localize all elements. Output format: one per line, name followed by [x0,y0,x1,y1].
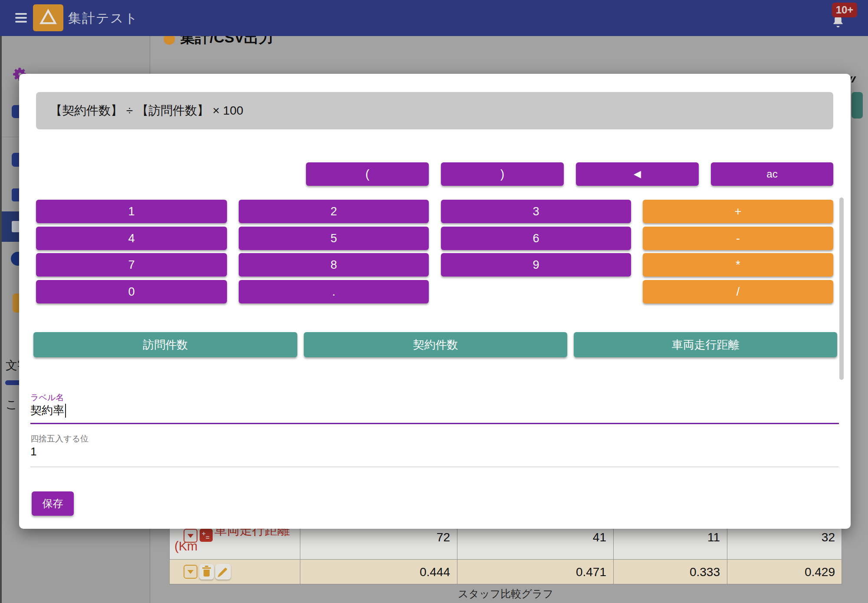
key-2[interactable]: 2 [239,200,429,223]
key-multiply[interactable]: * [643,253,833,277]
key-7[interactable]: 7 [36,253,227,277]
key-plus[interactable]: + [643,200,833,223]
key-all-clear[interactable]: ac [711,162,833,186]
label-field-input[interactable]: 契約率 [30,403,66,418]
key-dot[interactable]: . [239,280,429,303]
key-0[interactable]: 0 [36,280,227,303]
key-divide[interactable]: / [643,280,833,303]
key-8[interactable]: 8 [239,253,429,277]
key-4[interactable]: 4 [36,227,227,250]
key-9[interactable]: 9 [441,253,631,277]
variable-button-visits[interactable]: 訪問件数 [33,332,297,357]
label-field-underline [30,423,839,424]
label-field-label: ラベル名 [30,392,64,403]
key-1[interactable]: 1 [36,200,227,223]
rounding-field-label: 四捨五入する位 [30,433,89,445]
modal-scrollbar[interactable] [839,198,844,380]
variable-button-contracts[interactable]: 契約件数 [304,332,567,357]
variable-button-distance[interactable]: 車両走行距離 [574,332,837,357]
formula-editor-dialog: 【契約件数】 ÷ 【訪問件数】 × 100 ( ) ◀ ac 1 2 3 + 4… [19,74,851,529]
key-backspace[interactable]: ◀ [576,162,699,186]
text-cursor [65,404,66,418]
key-6[interactable]: 6 [441,227,631,250]
save-button[interactable]: 保存 [32,491,74,516]
key-minus[interactable]: - [643,227,833,250]
key-5[interactable]: 5 [239,227,429,250]
key-close-paren[interactable]: ) [441,162,564,186]
rounding-field-input[interactable]: 1 [30,445,36,458]
formula-display: 【契約件数】 ÷ 【訪問件数】 × 100 [36,92,833,129]
rounding-field-underline [30,467,839,467]
key-3[interactable]: 3 [441,200,631,223]
formula-text: 【契約件数】 ÷ 【訪問件数】 × 100 [50,102,243,119]
key-open-paren[interactable]: ( [306,162,429,186]
screen: 集計テスト 10+ 文字 こ 集計/CSV出力 += 車両走 [0,0,868,603]
